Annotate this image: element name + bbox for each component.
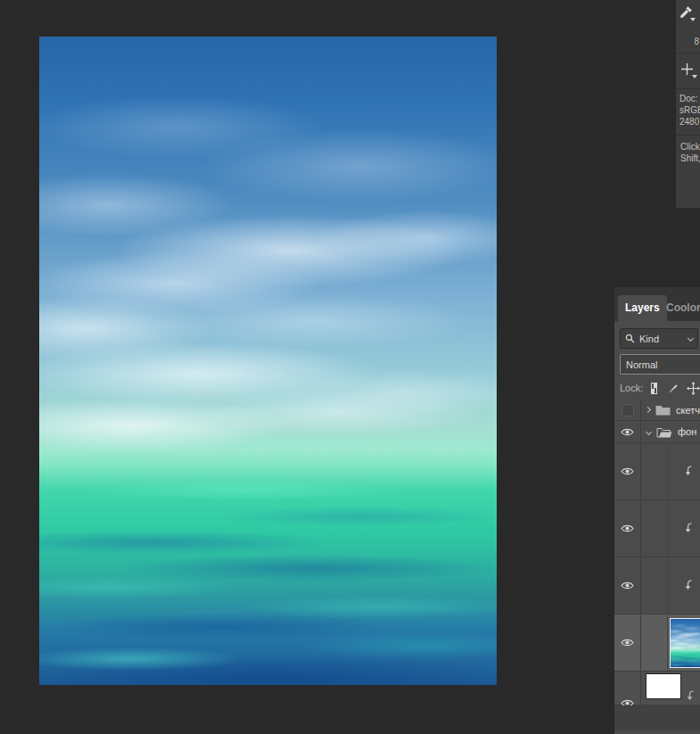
- visibility-toggle[interactable]: [614, 614, 641, 671]
- layer-filter-kind-dropdown[interactable]: Kind: [620, 328, 698, 349]
- info-hint-section: Click Shift,: [676, 136, 700, 207]
- lock-transparency-icon[interactable]: [651, 383, 657, 394]
- lock-label: Lock:: [620, 383, 643, 393]
- info-eyedropper-section: 8: [676, 0, 700, 54]
- folder-open-icon: [656, 426, 672, 438]
- document-canvas[interactable]: [39, 37, 497, 685]
- tool-hint-line: Shift,: [680, 153, 700, 164]
- lock-options-row: Lock:: [614, 376, 700, 400]
- panel-tab-bar: Layers Coolorus: [614, 287, 700, 321]
- layer-row-clipped[interactable]: [614, 557, 700, 614]
- layers-panel: Layers Coolorus Kind Normal Lock:: [614, 287, 700, 734]
- doc-info-line: sRGB: [679, 104, 700, 116]
- thumbnail-artwork: [671, 619, 700, 667]
- info-sampler-section: [676, 54, 700, 89]
- sampler-dropdown-icon[interactable]: [692, 75, 697, 78]
- layer-row-clipped[interactable]: [614, 500, 700, 557]
- layer-row-clipped[interactable]: [614, 443, 700, 500]
- tab-coolorus[interactable]: Coolorus: [659, 295, 700, 321]
- visibility-toggle[interactable]: [614, 557, 641, 614]
- info-doc-section: Doc: sRGB 2480: [676, 89, 700, 136]
- lock-position-move-icon[interactable]: [687, 382, 700, 395]
- lock-paint-brush-icon[interactable]: [665, 382, 679, 395]
- layer-group-name: скетч: [676, 405, 700, 416]
- layer-group-name: фон: [678, 426, 696, 437]
- visibility-toggle[interactable]: [614, 400, 641, 420]
- filter-kind-label: Kind: [639, 334, 659, 344]
- search-icon: [625, 334, 635, 343]
- layer-row-white[interactable]: [614, 672, 700, 705]
- chevron-down-icon[interactable]: [644, 430, 653, 434]
- visibility-toggle[interactable]: [614, 672, 641, 705]
- clipping-mask-icon: [684, 580, 693, 592]
- eye-icon: [621, 427, 634, 437]
- doc-info-line: Doc:: [679, 93, 700, 104]
- eye-hidden-icon: [622, 404, 634, 416]
- visibility-toggle[interactable]: [614, 443, 641, 499]
- visibility-toggle[interactable]: [614, 500, 641, 557]
- layer-group-background[interactable]: фон: [614, 421, 700, 443]
- clipping-mask-icon: [684, 523, 693, 535]
- layer-row-selected[interactable]: [614, 614, 700, 672]
- visibility-toggle[interactable]: [614, 421, 641, 442]
- layer-row-partial[interactable]: [614, 705, 700, 730]
- folder-closed-icon: [655, 404, 671, 416]
- layer-list: скетч фон: [614, 400, 700, 734]
- chevron-right-icon[interactable]: [644, 408, 652, 412]
- eye-icon: [621, 638, 634, 647]
- layer-thumbnail-sea-painting[interactable]: [670, 618, 700, 668]
- clipping-mask-icon: [686, 690, 695, 703]
- bit-depth-value: 8: [694, 36, 699, 47]
- layer-group-sketch[interactable]: скетч: [614, 400, 700, 421]
- blend-mode-dropdown[interactable]: Normal: [620, 354, 700, 375]
- doc-info-line: 2480: [679, 116, 700, 128]
- layer-thumbnail-white[interactable]: [646, 673, 681, 699]
- blend-mode-value: Normal: [626, 359, 657, 370]
- tool-hint-line: Click: [680, 141, 700, 153]
- chevron-down-icon: [688, 335, 694, 342]
- eye-icon: [621, 466, 634, 476]
- clipping-mask-icon: [684, 466, 693, 478]
- eye-icon: [621, 581, 634, 590]
- info-panel: 8 Doc: sRGB 2480 Click Shift,: [675, 0, 700, 208]
- sea-sky-artwork: [39, 37, 497, 685]
- eye-icon: [621, 524, 634, 533]
- eyedropper-dropdown-icon[interactable]: [690, 18, 696, 21]
